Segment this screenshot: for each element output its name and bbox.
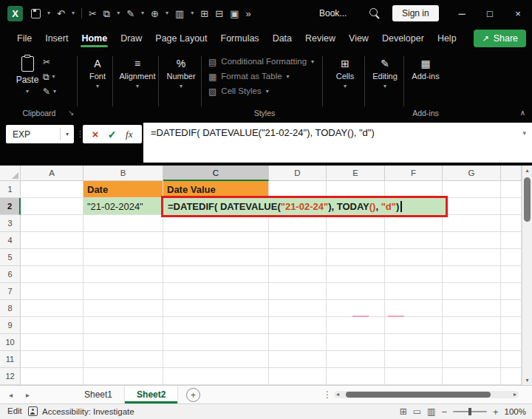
cut-icon[interactable]: ✂ [89,9,97,18]
cell[interactable] [83,368,163,385]
cell[interactable] [385,283,443,300]
cell[interactable] [83,215,163,232]
alignment-group-button[interactable]: ≡ Alignment ▾ [117,58,158,89]
cell[interactable] [163,300,269,317]
insert-function-icon[interactable]: fx [126,129,132,140]
cell[interactable] [21,215,83,232]
cell[interactable] [327,215,385,232]
cancel-icon[interactable]: × [92,129,99,140]
row-header-8[interactable]: 8 [0,300,21,317]
chart-icon[interactable]: ▥ [175,9,184,18]
excel-app-icon[interactable]: X [7,6,23,21]
chevron-down-icon[interactable]: ▾ [166,10,168,16]
cell[interactable] [385,351,443,368]
cell[interactable] [501,249,522,266]
name-box-dropdown-icon[interactable]: ▾ [61,131,74,137]
cell[interactable] [163,368,269,385]
cell[interactable] [385,232,443,249]
row-header-4[interactable]: 4 [0,232,21,249]
cell[interactable] [21,266,83,283]
cell-b2[interactable]: "21-02-2024" [83,198,163,215]
cell[interactable] [327,351,385,368]
number-group-button[interactable]: % Number ▾ [161,58,201,89]
tab-developer[interactable]: Developer [375,28,431,50]
cell[interactable] [385,300,443,317]
vertical-scroll-thumb[interactable] [524,177,531,222]
cell[interactable] [501,266,522,283]
format-as-table-button[interactable]: ▦Format as Table▾ [208,72,321,81]
cell-mode-indicator[interactable]: Edit [7,406,22,415]
cell[interactable] [269,351,327,368]
cell[interactable] [21,198,83,215]
column-header-f[interactable]: F [385,166,443,181]
row-header-3[interactable]: 3 [0,215,21,232]
cell[interactable] [21,249,83,266]
sheet-tab-options-icon[interactable]: ⋮ [323,389,332,400]
cell[interactable] [163,249,269,266]
chevron-down-icon[interactable]: ▾ [141,10,144,16]
horizontal-scroll-thumb[interactable] [346,392,491,398]
conditional-formatting-button[interactable]: ▤Conditional Formatting▾ [208,58,321,67]
cell[interactable] [501,317,522,334]
enter-icon[interactable]: ✓ [108,129,117,140]
select-all-corner[interactable] [0,166,21,181]
tab-view[interactable]: View [342,28,375,50]
tab-formulas[interactable]: Formulas [214,28,266,50]
cell[interactable] [443,215,501,232]
cell[interactable] [83,266,163,283]
cell[interactable] [443,300,501,317]
cell[interactable] [83,283,163,300]
cell[interactable] [269,283,327,300]
cell[interactable] [21,283,83,300]
page-break-icon[interactable]: ▥ [427,406,435,417]
cell[interactable] [443,181,501,198]
cell[interactable] [443,334,501,351]
chevron-down-icon[interactable]: ▾ [52,74,55,80]
chevron-down-icon[interactable]: ▾ [47,10,50,16]
cell[interactable] [21,181,83,198]
cell[interactable] [501,300,522,317]
row-header-7[interactable]: 7 [0,283,21,300]
cell[interactable] [327,283,385,300]
zoom-in-icon[interactable]: + [493,406,499,418]
cell[interactable] [501,351,522,368]
column-header-b[interactable]: B [83,166,163,181]
cell[interactable] [269,232,327,249]
cell[interactable] [501,368,522,385]
table-icon[interactable]: ⊞ [200,9,208,18]
cell[interactable] [269,266,327,283]
cell[interactable] [327,334,385,351]
cell[interactable] [443,232,501,249]
tab-data[interactable]: Data [266,28,299,50]
tab-help[interactable]: Help [431,28,463,50]
cell[interactable] [163,266,269,283]
undo-icon[interactable]: ↶ [57,9,65,18]
row-header-11[interactable]: 11 [0,351,21,368]
cell[interactable] [83,249,163,266]
cut-button[interactable]: ✂ [43,58,56,67]
row-header-2[interactable]: 2 [0,198,21,215]
horizontal-scrollbar[interactable]: ◂ ▸ [334,391,519,398]
chevron-down-icon[interactable]: ▾ [72,10,75,16]
copy-icon[interactable]: ⧉ [103,9,110,18]
cell[interactable] [385,266,443,283]
accessibility-checker[interactable]: Accessibility: Investigate [28,406,134,416]
active-cell-editor[interactable]: =DATEDIF( DATEVALUE("21-02-24"), TODAY()… [161,196,448,217]
normal-view-icon[interactable]: ⊞ [400,406,407,417]
cell[interactable] [501,215,522,232]
cell-b1[interactable]: Date [83,181,163,198]
cell[interactable] [269,334,327,351]
cell[interactable] [83,300,163,317]
cell[interactable] [501,181,522,198]
cell[interactable] [501,232,522,249]
row-header-9[interactable]: 9 [0,317,21,334]
cell[interactable] [83,232,163,249]
sheet-tab-sheet1[interactable]: Sheet1 [72,386,125,403]
add-ins-button[interactable]: ▦ Add-ins [406,58,445,81]
cell[interactable] [501,283,522,300]
cell[interactable] [443,249,501,266]
cell[interactable] [269,317,327,334]
tab-review[interactable]: Review [299,28,342,50]
cell[interactable] [385,215,443,232]
scroll-left-icon[interactable]: ◂ [336,391,339,398]
